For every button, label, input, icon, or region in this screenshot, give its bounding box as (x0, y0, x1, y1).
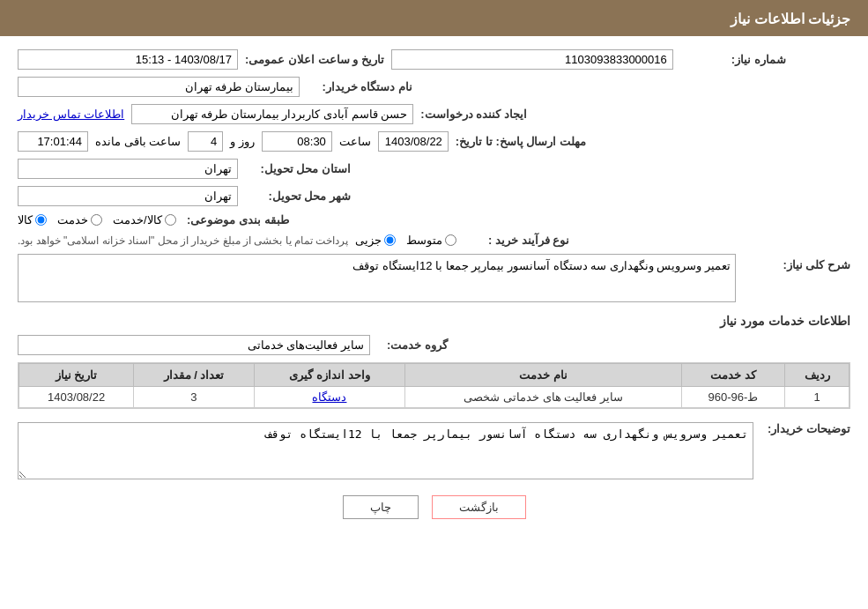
service-group-row: گروه خدمت: سایر فعالیت‌های خدماتی (18, 335, 850, 355)
radio-kala-khedmat-label: کالا/خدمت (113, 213, 162, 227)
process-desc: پرداخت تمام یا بخشی از مبلغ خریدار از مح… (18, 234, 348, 247)
print-button[interactable]: چاپ (343, 495, 419, 519)
announce-date-value: 1403/08/17 - 15:13 (18, 49, 238, 70)
deadline-days-label: روز و (230, 135, 255, 148)
process-radio-group: متوسط جزیی (355, 234, 456, 247)
cell-row-num: 1 (785, 387, 849, 408)
radio-motawaset: متوسط (406, 234, 456, 247)
main-content: شماره نیاز: 1103093833000016 تاریخ و ساع… (0, 36, 868, 546)
service-group-value: سایر فعالیت‌های خدماتی (18, 335, 370, 355)
province-label: استان محل تحویل: (245, 162, 351, 175)
col-code: کد خدمت (681, 364, 784, 387)
need-desc-label: شرح کلی نیاز: (745, 254, 850, 271)
cell-date: 1403/08/22 (19, 387, 134, 408)
category-label: طبقه بندی موضوعی: (183, 213, 289, 227)
process-row: نوع فرآیند خرید : متوسط جزیی پرداخت تمام… (18, 234, 850, 247)
category-radio-group: کالا/خدمت خدمت کالا (18, 213, 176, 227)
deadline-time-label: ساعت (339, 135, 371, 148)
need-desc-row: شرح کلی نیاز: (18, 254, 850, 305)
deadline-days-value: 4 (188, 131, 223, 152)
deadline-label: مهلت ارسال پاسخ: تا تاریخ: (456, 135, 586, 148)
city-row: شهر محل تحویل: تهران (18, 186, 850, 206)
province-value: تهران (18, 159, 238, 179)
deadline-remaining-value: 17:01:44 (18, 131, 88, 152)
page-header: جزئیات اطلاعات نیاز (0, 2, 868, 36)
radio-jozyi-input[interactable] (384, 234, 396, 246)
services-section-title: اطلاعات خدمات مورد نیاز (18, 314, 850, 328)
buyer-notes-textarea[interactable] (18, 422, 753, 479)
table-row: 1 ط-96-960 سایر فعالیت های خدماتی شخصی د… (19, 387, 849, 408)
deadline-row: مهلت ارسال پاسخ: تا تاریخ: 1403/08/22 سا… (18, 131, 850, 152)
col-date: تاریخ نیاز (19, 364, 134, 387)
deadline-remaining-label: ساعت باقی مانده (95, 135, 181, 148)
radio-motawaset-input[interactable] (445, 234, 456, 246)
cell-count: 3 (134, 387, 254, 408)
radio-kala-label: کالا (18, 213, 33, 227)
buyer-notes-row: توضیحات خریدار: (18, 418, 850, 482)
buttons-row: بازگشت چاپ (18, 495, 850, 519)
province-row: استان محل تحویل: تهران (18, 159, 850, 179)
radio-khedmat-label: خدمت (57, 213, 88, 227)
category-row: طبقه بندی موضوعی: کالا/خدمت خدمت کالا (18, 213, 850, 227)
buyer-org-value: بیمارستان طرفه تهران (18, 77, 300, 97)
creator-value: حسن قاسم آبادی کاربردار بیمارستان طرفه ت… (131, 104, 413, 124)
announce-date-label: تاریخ و ساعت اعلان عمومی: (245, 53, 384, 66)
radio-kala-khedmat-input[interactable] (165, 214, 176, 226)
buyer-org-label: نام دستگاه خریدار: (307, 80, 412, 93)
city-value: تهران (18, 186, 238, 206)
col-row-num: ردیف (785, 364, 849, 387)
need-number-value: 1103093833000016 (391, 49, 673, 70)
creator-link[interactable]: اطلاعات تماس خریدار (18, 108, 124, 121)
need-number-row: شماره نیاز: 1103093833000016 تاریخ و ساع… (18, 49, 850, 70)
buyer-notes-label: توضیحات خریدار: (762, 418, 850, 435)
radio-kala-input[interactable] (35, 214, 47, 226)
radio-motawaset-label: متوسط (406, 234, 442, 247)
col-name: نام خدمت (405, 364, 681, 387)
cell-code: ط-96-960 (681, 387, 784, 408)
city-label: شهر محل تحویل: (245, 189, 351, 203)
services-table-container: ردیف کد خدمت نام خدمت واحد اندازه گیری ت… (18, 362, 850, 409)
cell-unit: دستگاه (254, 387, 405, 408)
services-table: ردیف کد خدمت نام خدمت واحد اندازه گیری ت… (19, 363, 849, 408)
process-label: نوع فرآیند خرید : (464, 234, 569, 247)
table-header-row: ردیف کد خدمت نام خدمت واحد اندازه گیری ت… (19, 364, 849, 387)
creator-label: ایجاد کننده درخواست: (420, 108, 527, 121)
service-group-label: گروه خدمت: (377, 338, 448, 352)
page-title: جزئیات اطلاعات نیاز (731, 11, 850, 26)
cell-name: سایر فعالیت های خدماتی شخصی (405, 387, 681, 408)
buyer-notes-content (18, 418, 753, 482)
page-wrapper: جزئیات اطلاعات نیاز شماره نیاز: 11030938… (0, 0, 868, 609)
need-number-label: شماره نیاز: (680, 53, 786, 66)
col-count: تعداد / مقدار (134, 364, 254, 387)
need-desc-container (18, 254, 736, 305)
radio-khedmat-input[interactable] (91, 214, 102, 226)
col-unit: واحد اندازه گیری (254, 364, 405, 387)
deadline-date-value: 1403/08/22 (378, 131, 449, 152)
deadline-time-value: 08:30 (262, 131, 332, 152)
buyer-org-row: نام دستگاه خریدار: بیمارستان طرفه تهران (18, 77, 850, 97)
need-desc-textarea[interactable] (18, 254, 736, 302)
radio-kala: کالا (18, 213, 47, 227)
radio-kala-khedmat: کالا/خدمت (113, 213, 176, 227)
creator-row: ایجاد کننده درخواست: حسن قاسم آبادی کارب… (18, 104, 850, 124)
radio-jozyi: جزیی (355, 234, 396, 247)
radio-jozyi-label: جزیی (355, 234, 382, 247)
back-button[interactable]: بازگشت (432, 495, 526, 519)
radio-khedmat: خدمت (57, 213, 102, 227)
